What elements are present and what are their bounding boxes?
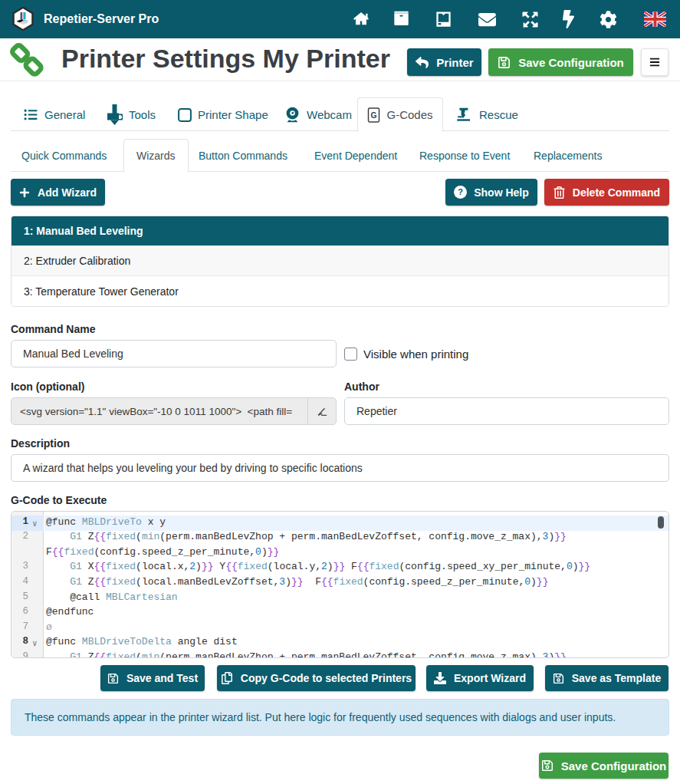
svg-text:?: ? — [458, 187, 463, 196]
svg-text:G: G — [371, 111, 377, 120]
